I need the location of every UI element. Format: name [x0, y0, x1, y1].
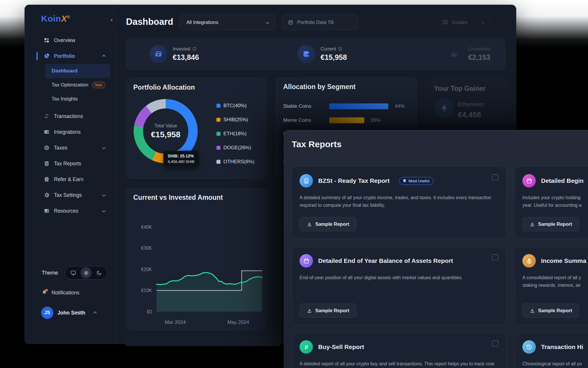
percent-badge-icon	[43, 145, 50, 151]
report-checkbox[interactable]	[492, 254, 498, 261]
sample-report-button[interactable]: Sample Report	[300, 217, 356, 231]
sidebar-item-label: Refer & Earn	[54, 176, 83, 183]
chevron-down-icon	[102, 193, 105, 197]
line-chart[interactable]: €0€10K€20K€30K€40KMar 2024May 2024	[130, 214, 264, 329]
sidebar-item-resources[interactable]: Resources	[25, 203, 115, 219]
badge-label: Most Useful	[409, 179, 429, 183]
info-icon[interactable]	[192, 47, 197, 51]
tooltip-line1: SHIB: 25.12%	[168, 154, 195, 158]
logo-x: X	[61, 14, 67, 23]
sidebar-item-tax-optimization[interactable]: Tax Optimization New	[45, 78, 110, 92]
sample-report-button[interactable]: Sample Report	[522, 217, 579, 231]
tax-reports-overlay: Tax Reports BZSt - Ready Tax Report Most…	[284, 130, 588, 368]
user-menu[interactable]: JS John Smith	[32, 306, 107, 319]
sidebar-item-label: Dashboard	[52, 68, 78, 74]
sidebar-item-overview[interactable]: Overview	[25, 32, 115, 48]
performance-chart-panel: Current vs Invested Amount €0€10K€20K€30…	[126, 188, 267, 331]
download-icon	[530, 308, 535, 313]
report-title: Detailed End of Year Balance of Assets R…	[318, 257, 453, 264]
report-checkbox[interactable]	[492, 340, 498, 347]
theme-light-button[interactable]	[80, 267, 92, 278]
legend-label: BTC(40%)	[223, 103, 246, 109]
stat-value: €13,846	[173, 53, 199, 62]
sidebar-item-integrations[interactable]: Integrations	[25, 124, 115, 140]
calendar-icon	[288, 20, 293, 25]
sidebar-item-tax-insights[interactable]: Tax Insights	[45, 92, 110, 106]
sample-report-button[interactable]: Sample Report	[522, 303, 579, 318]
sidebar-item-tax-reports[interactable]: Tax Reports	[25, 156, 115, 171]
sidebar-item-label: Taxes	[54, 145, 67, 151]
svg-text:Mar 2024: Mar 2024	[165, 320, 186, 325]
download-icon	[307, 308, 312, 313]
sidebar-item-label: Resources	[54, 208, 78, 214]
book-icon	[442, 19, 448, 25]
svg-text:€40K: €40K	[141, 225, 152, 230]
guides-label: Guides	[452, 20, 468, 25]
sidebar-collapse-button[interactable]	[108, 15, 117, 25]
sidebar: KoinX® Overview Portfolio Dashboard Tax …	[25, 5, 115, 344]
sidebar-item-dashboard[interactable]: Dashboard	[45, 64, 110, 78]
overlay-title: Tax Reports	[292, 139, 342, 149]
portfolio-date-button[interactable]: Portfolio Data Till	[282, 15, 358, 30]
sidebar-item-portfolio[interactable]: Portfolio	[25, 48, 115, 64]
document-icon	[300, 174, 313, 188]
report-checkbox[interactable]	[492, 174, 498, 180]
integrations-select[interactable]: All Integrations	[180, 15, 275, 30]
notifications-label: Notifications	[52, 290, 79, 296]
sidebar-item-tax-settings[interactable]: Tax Settings	[25, 187, 115, 203]
stat-invested: Invested €13,846	[149, 38, 199, 70]
legend-item: ETH(18%)	[216, 127, 255, 141]
svg-text:€0: €0	[147, 309, 152, 314]
guides-button[interactable]: Guides	[436, 15, 490, 30]
stat-label: Unrealised	[468, 46, 490, 52]
user-name: John Smith	[57, 310, 85, 316]
legend-item: SHIB(25%)	[216, 113, 255, 127]
sidebar-item-label: Overview	[54, 37, 75, 44]
theme-system-button[interactable]	[68, 267, 79, 278]
segment-value: 26%	[371, 117, 381, 123]
sample-report-button[interactable]: Sample Report	[300, 303, 356, 318]
sidebar-item-label: Portfolio	[54, 53, 75, 59]
svg-text:€20K: €20K	[141, 267, 152, 272]
report-card-income-summary: Income Summa A consolidated report of al…	[514, 247, 588, 325]
legend-label: SHIB(25%)	[223, 117, 248, 123]
legend-label: OTHERS(8%)	[223, 159, 255, 165]
ethereum-icon	[434, 98, 454, 118]
sidebar-item-label: Tax Settings	[54, 192, 82, 198]
notifications-item[interactable]: Notifications	[32, 288, 107, 297]
sidebar-item-label: Tax Reports	[54, 161, 81, 167]
new-badge: New	[92, 82, 105, 88]
page-title: Dashboard	[126, 17, 173, 27]
report-title: Income Summa	[541, 257, 586, 264]
report-card-transaction-history: Transaction Hi Chronological report of a…	[514, 333, 588, 368]
calendar-icon	[522, 174, 536, 188]
theme-toggle[interactable]	[65, 266, 107, 280]
sidebar-item-transactions[interactable]: Transactions	[25, 108, 115, 124]
active-indicator	[36, 52, 38, 60]
sidebar-item-label: Integrations	[54, 129, 80, 135]
gainer-asset: Ethereum	[458, 101, 483, 108]
next-panel-edge	[126, 337, 280, 346]
sun-icon	[83, 270, 89, 276]
sidebar-item-refer-earn[interactable]: Refer & Earn	[25, 171, 115, 187]
report-title: Detailed Begin	[541, 177, 584, 184]
legend-item: DOGE(26%)	[216, 141, 255, 155]
donut-tooltip: SHIB: 25.12% 4,458,490 SHIB	[163, 151, 199, 167]
report-card-eoy-balance: Detailed End of Year Balance of Assets R…	[292, 247, 506, 325]
legend-item: BTC(40%)	[216, 99, 255, 113]
legend-swatch	[216, 146, 220, 150]
integrations-select-value: All Integrations	[186, 20, 218, 25]
chevron-down-icon	[102, 146, 105, 149]
sidebar-item-taxes[interactable]: Taxes	[25, 140, 115, 156]
download-icon	[307, 222, 312, 227]
info-icon[interactable]	[338, 47, 342, 51]
wallet-icon	[43, 129, 50, 135]
panel-title: Portfolio Allocation	[133, 84, 195, 91]
bell-icon	[41, 289, 48, 296]
report-description: End-of-year position of all your digital…	[300, 274, 498, 282]
transactions-icon	[43, 113, 50, 119]
registered-icon: ®	[67, 15, 70, 19]
theme-dark-button[interactable]	[93, 267, 104, 278]
sidebar-nav: Overview Portfolio Dashboard Tax Optimiz…	[25, 32, 115, 219]
chevron-up-icon	[102, 55, 105, 58]
